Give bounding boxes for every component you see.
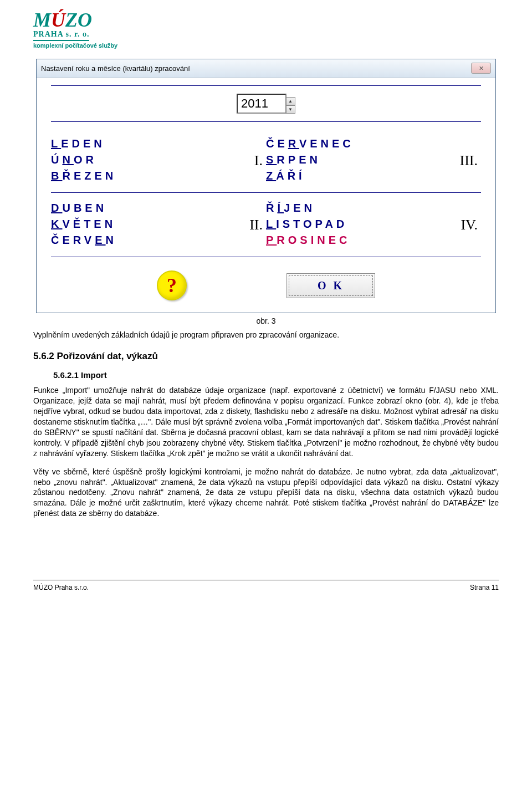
year-value: 2011 [241, 96, 268, 110]
chevron-up-icon: ▲ [288, 99, 293, 104]
month-cervenec[interactable]: ČERVENEC [266, 137, 448, 150]
help-button[interactable]: ? [157, 270, 187, 300]
logo-accent: Ú [51, 9, 65, 31]
month-zari[interactable]: ZÁŘÍ [266, 170, 448, 182]
month-kveten[interactable]: KVĚTEN [51, 218, 233, 231]
logo-sub1: PRAHA s. r. o. [33, 30, 89, 41]
ok-button[interactable]: O K [287, 273, 375, 298]
close-button[interactable]: ✕ [471, 63, 491, 74]
quarter-1-months: LEDEN ÚNOR BŘEZEN [51, 129, 233, 193]
figure-caption: obr. 3 [33, 316, 499, 325]
titlebar: Nastavení roku a měsíce (kvartálu) zprac… [37, 59, 495, 78]
months-grid: LEDEN ÚNOR BŘEZEN I. ČERVENEC SRPEN ZÁŘÍ… [51, 129, 481, 257]
year-row: 2011 ▲ ▼ [51, 85, 481, 122]
month-prosinec[interactable]: PROSINEC [266, 234, 448, 247]
month-duben[interactable]: DUBEN [51, 202, 233, 215]
body-text: Vyplněním uvedených základních údajů je … [33, 330, 499, 519]
month-unor[interactable]: ÚNOR [51, 154, 233, 166]
ok-label: O K [318, 279, 344, 292]
spin-down-button[interactable]: ▼ [285, 105, 295, 114]
logo-main: MÚZO [33, 11, 499, 29]
subsection-heading: 5.6.2.1 Import [53, 370, 499, 381]
year-spinner: ▲ ▼ [285, 97, 295, 114]
paragraph-2: Věty ve sběrně, které úspěšně prošly log… [33, 467, 499, 519]
quarter-2-months: DUBEN KVĚTEN ČERVEN [51, 193, 233, 257]
button-row: ? O K [51, 270, 481, 300]
quarter-4-months: ŘÍJEN LISTOPAD PROSINEC [266, 193, 448, 257]
page-footer: MÚZO Praha s.r.o. Strana 11 [33, 580, 499, 591]
month-leden[interactable]: LEDEN [51, 137, 233, 150]
quarter-1-label[interactable]: I. [233, 129, 266, 193]
month-rijen[interactable]: ŘÍJEN [266, 202, 448, 215]
month-brezen[interactable]: BŘEZEN [51, 170, 233, 182]
footer-right: Strana 11 [470, 584, 499, 591]
logo-sub2: komplexní počítačové služby [33, 42, 499, 49]
chevron-down-icon: ▼ [288, 108, 293, 112]
close-icon: ✕ [479, 65, 484, 72]
footer-left: MÚZO Praha s.r.o. [33, 584, 89, 591]
month-srpen[interactable]: SRPEN [266, 154, 448, 166]
dialog-window: Nastavení roku a měsíce (kvartálu) zprac… [36, 59, 496, 313]
quarter-2-label[interactable]: II. [233, 193, 266, 257]
quarter-4-label[interactable]: IV. [448, 193, 481, 257]
window-title: Nastavení roku a měsíce (kvartálu) zprac… [41, 64, 471, 73]
logo-post: ZO [65, 9, 92, 31]
logo-pre: M [33, 9, 51, 31]
section-heading: 5.6.2 Pořizování dat, výkazů [33, 350, 499, 363]
paragraph-1: Funkce „Import" umožňuje nahrát do datab… [33, 385, 499, 458]
company-logo: MÚZO PRAHA s. r. o. komplexní počítačové… [33, 11, 499, 49]
intro-paragraph: Vyplněním uvedených základních údajů je … [33, 330, 499, 340]
help-icon: ? [167, 274, 177, 297]
quarter-3-label[interactable]: III. [448, 129, 481, 193]
spin-up-button[interactable]: ▲ [285, 97, 295, 105]
window-body: 2011 ▲ ▼ LEDEN ÚNOR BŘEZEN I. ČERVENEC S… [37, 78, 495, 313]
year-input[interactable]: 2011 [237, 94, 287, 114]
month-cerven[interactable]: ČERVEN [51, 234, 233, 247]
quarter-3-months: ČERVENEC SRPEN ZÁŘÍ [266, 129, 448, 193]
month-listopad[interactable]: LISTOPAD [266, 218, 448, 231]
